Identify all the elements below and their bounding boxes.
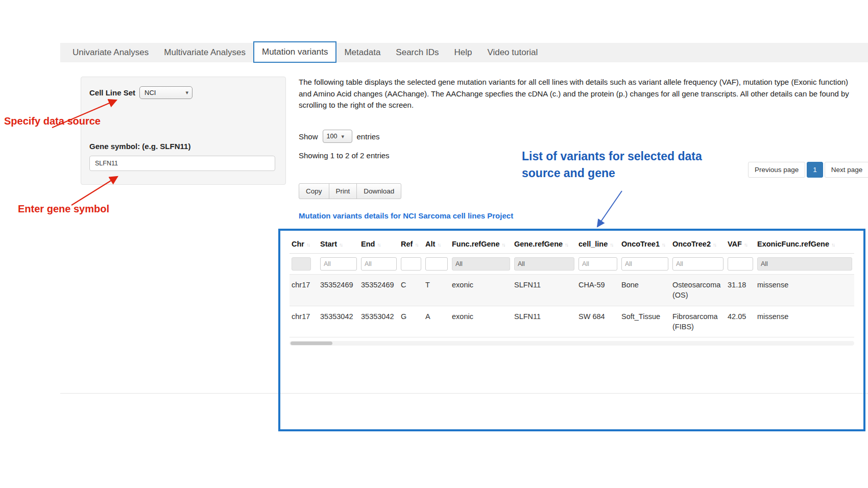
print-button[interactable]: Print: [329, 183, 357, 199]
table-cell: SLFN11: [512, 306, 576, 337]
sort-icon: ↑↓: [377, 242, 380, 248]
col-label: OncoTree1: [621, 240, 660, 248]
col-header-func-refgene[interactable]: Func.refGene↑↓: [450, 235, 512, 254]
table-cell: CHA-59: [576, 275, 619, 306]
filter-end[interactable]: [361, 257, 397, 271]
filter-vaf[interactable]: [728, 257, 753, 271]
sort-icon: ↑↓: [744, 242, 747, 248]
cell-line-set-value: NCI: [144, 89, 156, 96]
col-header-ref[interactable]: Ref↑↓: [399, 235, 423, 254]
annotation-enter-gene-symbol: Enter gene symbol: [18, 203, 109, 215]
table-caption: Mutation variants details for NCI Sarcom…: [299, 211, 513, 220]
table-cell: 35353042: [359, 306, 399, 337]
page-length-select[interactable]: 100 ▾: [323, 130, 352, 143]
sort-icon: ↑↓: [415, 242, 418, 248]
variants-table-area: Chr↑↓ Start↑↓ End↑↓ Ref↑↓ Alt↑↓ Func.ref…: [280, 231, 863, 346]
col-header-start[interactable]: Start↑↓: [318, 235, 359, 254]
horizontal-scrollbar: [290, 341, 854, 346]
table-cell: Osteosarcoma (OS): [670, 275, 726, 306]
table-cell: exonic: [450, 275, 512, 306]
filter-chr[interactable]: [292, 257, 311, 271]
filter-row: [290, 254, 854, 275]
col-label: Func.refGene: [452, 240, 499, 248]
sort-icon: ↑↓: [662, 242, 665, 248]
tab-multivariate-analyses[interactable]: Multivariate Analyses: [156, 43, 253, 62]
annotation-specify-data-source: Specify data source: [4, 115, 101, 127]
previous-page-button[interactable]: Previous page: [748, 162, 805, 178]
table-cell: A: [423, 306, 450, 337]
page-number-button[interactable]: 1: [807, 162, 823, 178]
annotation-variants-line2: source and gene: [522, 165, 702, 182]
col-header-oncotree2[interactable]: OncoTree2↑↓: [670, 235, 726, 254]
table-info: Showing 1 to 2 of 2 entries: [299, 151, 390, 160]
table-cell: chr17: [290, 306, 318, 337]
sort-icon: ↑↓: [610, 242, 613, 248]
col-label: Alt: [425, 240, 435, 248]
pagination: Previous page 1 Next page: [748, 162, 868, 178]
col-header-end[interactable]: End↑↓: [359, 235, 399, 254]
tab-mutation-variants[interactable]: Mutation variants: [253, 41, 336, 63]
tab-search-ids[interactable]: Search IDs: [388, 43, 446, 62]
entries-label: entries: [357, 132, 380, 141]
table-cell: C: [399, 275, 423, 306]
sort-icon: ↑↓: [501, 242, 504, 248]
col-header-oncotree1[interactable]: OncoTree1↑↓: [619, 235, 670, 254]
filter-oncotree2[interactable]: [672, 257, 724, 271]
scrollbar-thumb[interactable]: [291, 341, 332, 345]
table-cell: missense: [755, 306, 854, 337]
col-label: cell_line: [578, 240, 608, 248]
col-header-alt[interactable]: Alt↑↓: [423, 235, 450, 254]
filter-gene-refgene[interactable]: [514, 257, 574, 271]
cell-line-set-label: Cell Line Set: [89, 88, 135, 97]
main-nav: Univariate Analyses Multivariate Analyse…: [60, 43, 868, 62]
annotation-variants-line1: List of variants for selected data: [522, 148, 702, 165]
table-row: chr17 35352469 35352469 C T exonic SLFN1…: [290, 275, 854, 306]
tab-video-tutorial[interactable]: Video tutorial: [479, 43, 545, 62]
col-label: Ref: [401, 240, 413, 248]
annotation-arrow-variants: [591, 187, 628, 233]
filter-func-refgene[interactable]: [452, 257, 510, 271]
sort-icon: ↑↓: [437, 242, 440, 248]
gene-symbol-input[interactable]: [89, 156, 275, 171]
table-cell: 35353042: [318, 306, 359, 337]
table-cell: 35352469: [359, 275, 399, 306]
col-header-chr[interactable]: Chr↑↓: [290, 235, 318, 254]
col-label: VAF: [728, 240, 742, 248]
page-length-value: 100: [327, 133, 337, 140]
table-cell: T: [423, 275, 450, 306]
table-cell: 35352469: [318, 275, 359, 306]
page: Univariate Analyses Multivariate Analyse…: [0, 0, 868, 488]
table-cell: SW 684: [576, 306, 619, 337]
filter-alt[interactable]: [425, 257, 448, 271]
table-cell: Bone: [619, 275, 670, 306]
sort-icon: ↑↓: [306, 242, 309, 248]
sort-icon: ↑↓: [713, 242, 716, 248]
table-row: chr17 35353042 35353042 G A exonic SLFN1…: [290, 306, 854, 337]
tab-univariate-analyses[interactable]: Univariate Analyses: [65, 43, 156, 62]
next-page-button[interactable]: Next page: [825, 162, 868, 178]
filter-start[interactable]: [320, 257, 357, 271]
cell-line-set-select[interactable]: NCI ▾: [139, 86, 192, 99]
col-label: OncoTree2: [672, 240, 711, 248]
copy-button[interactable]: Copy: [299, 183, 329, 199]
col-header-cell-line[interactable]: cell_line↑↓: [576, 235, 619, 254]
sort-icon: ↑↓: [339, 242, 342, 248]
tab-metadata[interactable]: Metadata: [336, 43, 388, 62]
sort-icon: ↑↓: [565, 242, 568, 248]
col-header-gene-refgene[interactable]: Gene.refGene↑↓: [512, 235, 576, 254]
table-cell: Soft_Tissue: [619, 306, 670, 337]
col-label: End: [361, 240, 375, 248]
tab-help[interactable]: Help: [446, 43, 479, 62]
filter-exonicfunc-refgene[interactable]: [757, 257, 852, 271]
sort-icon: ↑↓: [831, 242, 834, 248]
col-header-exonicfunc-refgene[interactable]: ExonicFunc.refGene↑↓: [755, 235, 854, 254]
table-description: The following table displays the selecte…: [299, 77, 863, 111]
filter-cell-line[interactable]: [578, 257, 617, 271]
filter-oncotree1[interactable]: [621, 257, 668, 271]
chevron-down-icon: ▾: [186, 90, 189, 95]
download-button[interactable]: Download: [356, 183, 401, 199]
filter-ref[interactable]: [401, 257, 421, 271]
table-cell: Fibrosarcoma (FIBS): [670, 306, 726, 337]
col-header-vaf[interactable]: VAF↑↓: [726, 235, 755, 254]
export-buttons: Copy Print Download: [299, 183, 401, 199]
